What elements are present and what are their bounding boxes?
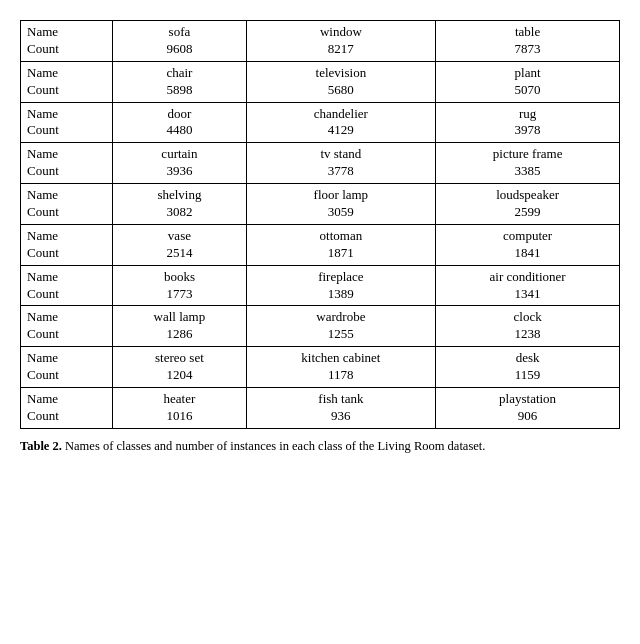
table-row: NameCountshelving3082floor lamp3059louds…	[21, 184, 620, 225]
col2-cell: fireplace1389	[246, 265, 436, 306]
row-label: NameCount	[21, 61, 113, 102]
table-row: NameCountheater1016fish tank936playstati…	[21, 388, 620, 429]
data-table: NameCountsofa9608window8217table7873Name…	[20, 20, 620, 429]
table-row: NameCountcurtain3936tv stand3778picture …	[21, 143, 620, 184]
row-label: NameCount	[21, 306, 113, 347]
col3-cell: loudspeaker2599	[436, 184, 620, 225]
page-wrapper: NameCountsofa9608window8217table7873Name…	[20, 20, 620, 456]
table-row: NameCountbooks1773fireplace1389air condi…	[21, 265, 620, 306]
caption-text: Names of classes and number of instances…	[62, 439, 486, 453]
table-row: NameCountchair5898television5680plant507…	[21, 61, 620, 102]
caption-table-num: Table 2.	[20, 439, 62, 453]
row-label: NameCount	[21, 224, 113, 265]
col3-cell: computer1841	[436, 224, 620, 265]
col2-cell: floor lamp3059	[246, 184, 436, 225]
col3-cell: clock1238	[436, 306, 620, 347]
row-label: NameCount	[21, 143, 113, 184]
table-caption: Table 2. Names of classes and number of …	[20, 437, 620, 456]
col1-cell: books1773	[113, 265, 246, 306]
table-row: NameCountstereo set1204kitchen cabinet11…	[21, 347, 620, 388]
row-label: NameCount	[21, 347, 113, 388]
row-label: NameCount	[21, 265, 113, 306]
col2-cell: wardrobe1255	[246, 306, 436, 347]
col3-cell: plant5070	[436, 61, 620, 102]
row-label: NameCount	[21, 102, 113, 143]
col3-cell: playstation906	[436, 388, 620, 429]
table-row: NameCountwall lamp1286wardrobe1255clock1…	[21, 306, 620, 347]
table-row: NameCountsofa9608window8217table7873	[21, 21, 620, 62]
col1-cell: shelving3082	[113, 184, 246, 225]
table-row: NameCountdoor4480chandelier4129rug3978	[21, 102, 620, 143]
col2-cell: tv stand3778	[246, 143, 436, 184]
col1-cell: vase2514	[113, 224, 246, 265]
col2-cell: kitchen cabinet1178	[246, 347, 436, 388]
col3-cell: air conditioner1341	[436, 265, 620, 306]
col2-cell: ottoman1871	[246, 224, 436, 265]
row-label: NameCount	[21, 21, 113, 62]
col1-cell: sofa9608	[113, 21, 246, 62]
table-row: NameCountvase2514ottoman1871computer1841	[21, 224, 620, 265]
col1-cell: curtain3936	[113, 143, 246, 184]
row-label: NameCount	[21, 388, 113, 429]
row-label: NameCount	[21, 184, 113, 225]
col1-cell: heater1016	[113, 388, 246, 429]
col3-cell: table7873	[436, 21, 620, 62]
col1-cell: stereo set1204	[113, 347, 246, 388]
col3-cell: desk1159	[436, 347, 620, 388]
col2-cell: television5680	[246, 61, 436, 102]
col2-cell: fish tank936	[246, 388, 436, 429]
col2-cell: window8217	[246, 21, 436, 62]
col3-cell: rug3978	[436, 102, 620, 143]
col1-cell: chair5898	[113, 61, 246, 102]
col3-cell: picture frame3385	[436, 143, 620, 184]
col2-cell: chandelier4129	[246, 102, 436, 143]
col1-cell: door4480	[113, 102, 246, 143]
col1-cell: wall lamp1286	[113, 306, 246, 347]
